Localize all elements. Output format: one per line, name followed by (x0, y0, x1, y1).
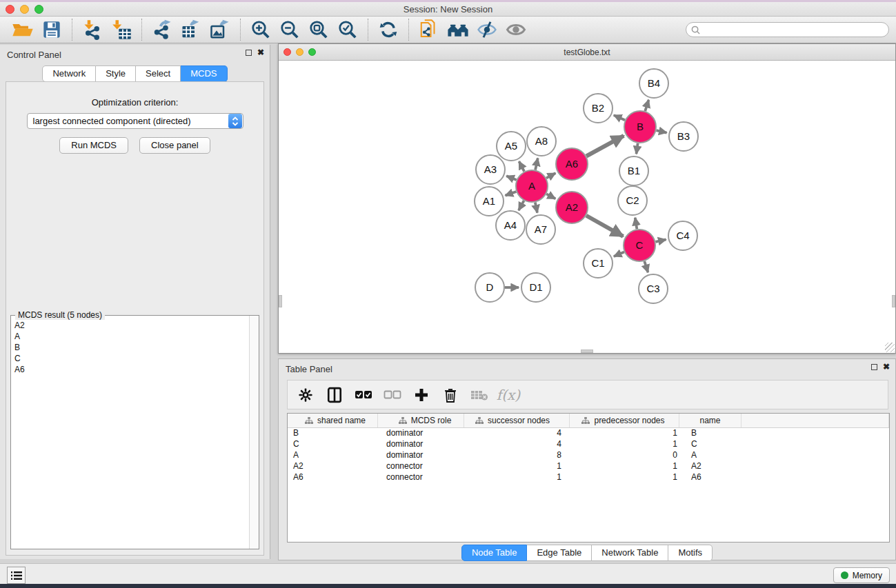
list-item[interactable]: A6 (12, 364, 249, 375)
open-session-icon[interactable] (8, 17, 37, 42)
export-network-icon[interactable] (148, 17, 177, 42)
graph-edge-B-B4[interactable] (645, 100, 648, 111)
export-image-icon[interactable] (206, 17, 235, 42)
tab-edge-table[interactable]: Edge Table (527, 545, 592, 561)
result-list-scrollbar[interactable] (249, 316, 259, 549)
zoom-in-icon[interactable] (246, 17, 275, 42)
zoom-selected-icon[interactable] (333, 17, 362, 42)
graph-node-A6[interactable]: A6 (556, 148, 588, 180)
float-table-panel-icon[interactable] (871, 364, 877, 370)
table-row[interactable]: B dominator 4 1 B (288, 428, 889, 439)
select-all-checkboxes-icon[interactable] (354, 385, 373, 405)
table-row[interactable]: A6 connector 1 1 A6 (288, 472, 889, 483)
graph-node-A2[interactable]: A2 (556, 192, 588, 223)
column-header-shared-name[interactable]: shared name (288, 414, 378, 427)
show-details-icon[interactable] (501, 17, 530, 42)
graph-node-C[interactable]: C (624, 230, 655, 261)
graph-edge-C-C4[interactable] (655, 239, 666, 241)
tab-select[interactable]: Select (136, 65, 181, 82)
graph-node-A8[interactable]: A8 (527, 127, 556, 156)
import-network-icon[interactable] (78, 17, 107, 42)
tab-motifs[interactable]: Motifs (668, 545, 713, 561)
table-row[interactable]: A dominator 8 0 A (288, 450, 889, 461)
memory-button[interactable]: Memory (833, 567, 890, 583)
column-header-name[interactable]: name (679, 414, 741, 427)
graph-edge-C-C2[interactable] (635, 218, 637, 230)
graph-edge-C-C1[interactable] (614, 252, 624, 257)
table-row[interactable]: C dominator 4 1 C (288, 439, 889, 450)
graph-edge-A-A4[interactable] (519, 201, 524, 210)
graph-node-B2[interactable]: B2 (584, 94, 613, 123)
graph-edge-B-B3[interactable] (656, 130, 666, 132)
graph-node-C3[interactable]: C3 (639, 274, 668, 303)
graph-edge-B-B2[interactable] (614, 115, 625, 120)
zoom-out-icon[interactable] (275, 17, 304, 42)
graph-edge-A-A2[interactable] (546, 194, 555, 199)
canvas-scroll-thumb-right[interactable] (892, 295, 895, 307)
zoom-fit-icon[interactable] (304, 17, 333, 42)
graph-edge-C-C3[interactable] (644, 261, 648, 272)
run-mcds-button[interactable]: Run MCDS (59, 137, 128, 154)
export-table-icon[interactable] (177, 17, 206, 42)
graph-edge-A-A6[interactable] (546, 173, 555, 178)
graph-node-A1[interactable]: A1 (475, 187, 504, 216)
graph-edge-A-A1[interactable] (506, 192, 517, 196)
column-header-successor-nodes[interactable]: successor nodes (464, 414, 570, 427)
graph-edge-B-B1[interactable] (636, 143, 637, 154)
column-header-predecessor-nodes[interactable]: predecessor nodes (570, 414, 679, 427)
graph-node-A4[interactable]: A4 (496, 211, 525, 240)
graph-node-A[interactable]: A (516, 170, 548, 202)
graph-node-B4[interactable]: B4 (639, 69, 668, 98)
column-header-mcds-role[interactable]: MCDS role (378, 414, 464, 427)
tab-mcds[interactable]: MCDS (181, 65, 227, 82)
list-item[interactable]: C (12, 353, 249, 364)
network-window-titlebar[interactable]: testGlobe.txt (279, 44, 895, 61)
criterion-select[interactable]: largest connected component (directed) (27, 113, 243, 129)
graph-node-A7[interactable]: A7 (526, 215, 555, 244)
new-network-from-selection-icon[interactable] (415, 17, 444, 42)
float-panel-icon[interactable] (246, 50, 252, 56)
deselect-all-checkboxes-icon[interactable] (383, 385, 402, 405)
tab-node-table[interactable]: Node Table (461, 545, 528, 561)
graph-edge-A6-B[interactable] (586, 136, 624, 156)
resize-grip-icon[interactable] (885, 343, 895, 352)
list-item[interactable]: A2 (12, 320, 249, 331)
task-history-button[interactable] (7, 567, 26, 584)
graph-node-B1[interactable]: B1 (619, 156, 648, 185)
graph-edge-A2-C[interactable] (586, 216, 624, 236)
column-visibility-icon[interactable] (325, 385, 344, 405)
settings-gear-icon[interactable] (296, 385, 315, 405)
save-session-icon[interactable] (37, 17, 66, 42)
graph-node-C4[interactable]: C4 (668, 221, 697, 250)
graph-edge-A-A7[interactable] (535, 203, 537, 213)
graph-edge-A-A8[interactable] (535, 158, 538, 170)
tab-network-table[interactable]: Network Table (592, 545, 668, 561)
refresh-layout-icon[interactable] (374, 17, 403, 42)
graph-edge-A-A5[interactable] (519, 161, 524, 171)
tab-style[interactable]: Style (96, 65, 136, 82)
graph-node-B3[interactable]: B3 (669, 122, 698, 151)
canvas-scroll-thumb-bottom[interactable] (581, 349, 593, 353)
network-canvas[interactable]: B4B2BB3A8A5A6A3B1AC2A1A2A4A7C4CC1DD1C3 (279, 61, 895, 353)
close-table-panel-icon[interactable]: ✖ (883, 363, 890, 370)
add-column-icon[interactable] (412, 385, 431, 405)
search-input[interactable] (686, 22, 889, 37)
graph-node-D[interactable]: D (475, 273, 504, 302)
canvas-scroll-thumb-left[interactable] (279, 295, 282, 307)
graph-node-D1[interactable]: D1 (521, 273, 550, 302)
hide-details-icon[interactable] (472, 17, 501, 42)
close-panel-button[interactable]: Close panel (139, 137, 210, 154)
delete-column-icon[interactable] (441, 385, 460, 405)
list-item[interactable]: A (12, 331, 249, 342)
close-panel-icon[interactable]: ✖ (257, 49, 264, 56)
first-neighbors-icon[interactable] (444, 17, 472, 42)
graph-node-A5[interactable]: A5 (497, 132, 526, 161)
list-item[interactable]: B (12, 342, 249, 353)
table-row[interactable]: A2 connector 1 1 A2 (288, 461, 889, 472)
graph-edge-A-A3[interactable] (506, 176, 517, 180)
graph-node-B[interactable]: B (624, 111, 656, 143)
mcds-result-list[interactable]: A2 A B C A6 (12, 320, 249, 548)
import-table-icon[interactable] (107, 17, 136, 42)
graph-node-C2[interactable]: C2 (618, 186, 647, 215)
graph-node-C1[interactable]: C1 (584, 249, 613, 278)
